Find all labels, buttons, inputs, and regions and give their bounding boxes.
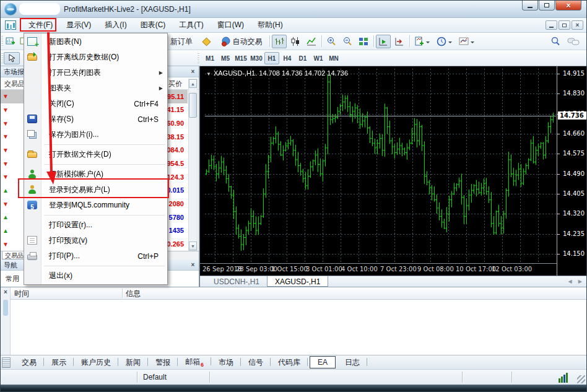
- file-menu-item-exit[interactable]: 退出(x): [24, 268, 167, 284]
- new-chart-button[interactable]: [4, 35, 17, 48]
- timeframe-m30-button[interactable]: M30: [249, 52, 264, 64]
- file-menu-item-open-data-folder[interactable]: 打开数据文件夹(D): [24, 147, 167, 162]
- file-menu-item-open-demo-account[interactable]: 开新模拟帐户(A): [24, 167, 167, 182]
- resize-grip[interactable]: [577, 375, 585, 383]
- menubar-item-file[interactable]: 文件(F): [22, 18, 59, 32]
- indicators-button[interactable]: [412, 35, 432, 48]
- timeframe-d1-button[interactable]: D1: [295, 52, 310, 64]
- price-tick-label: 14.660: [563, 130, 585, 137]
- menubar-item-charts[interactable]: 图表(C): [134, 18, 173, 32]
- terminal-tab-9[interactable]: EA: [310, 356, 336, 368]
- chart-window-icon[interactable]: [5, 20, 16, 30]
- file-menu-item-save[interactable]: 保存(S)Ctrl+S: [24, 111, 167, 127]
- price-axis[interactable]: 14.736 14.91514.83014.74514.66014.57514.…: [557, 66, 587, 276]
- timeframe-m5-button[interactable]: M5: [218, 52, 233, 64]
- autotrading-button[interactable]: 自动交易: [216, 35, 267, 48]
- menubar-item-insert[interactable]: 插入(I): [98, 18, 133, 32]
- terminal-tab-7[interactable]: 信号: [241, 355, 271, 370]
- market-watch-scrollbar[interactable]: ▲ ▼: [188, 79, 198, 251]
- terminal-tab-8[interactable]: 代码库: [271, 355, 308, 370]
- chart-tab-1[interactable]: XAGUSD-,H1: [267, 276, 328, 287]
- market-watch-close-button[interactable]: ×: [189, 68, 197, 76]
- chart-tabs-bar: USDCNH-,H1XAGUSD-,H1 ◀ ▶: [200, 276, 587, 287]
- toolbar-grip[interactable]: [1, 53, 3, 63]
- terminal-tab-4[interactable]: 警报: [148, 355, 178, 370]
- zoom-out-button[interactable]: [340, 35, 355, 48]
- toolbar-grip[interactable]: [1, 36, 3, 46]
- metaeditor-button[interactable]: [199, 35, 214, 48]
- menu-item-label: 打印设置(r)...: [49, 220, 92, 230]
- profile-name[interactable]: Default: [143, 373, 167, 381]
- terminal-tab-0[interactable]: 交易: [14, 355, 44, 370]
- column-divider[interactable]: [122, 289, 123, 298]
- scroll-thumb[interactable]: [189, 93, 197, 118]
- cursor-button[interactable]: [4, 52, 20, 64]
- timeframe-h4-button[interactable]: H4: [280, 52, 295, 64]
- time-column-header[interactable]: 时间: [14, 289, 29, 299]
- terminal-tab-3[interactable]: 新闻: [118, 355, 148, 370]
- toolbar-separator: [269, 35, 270, 47]
- child-restore-button[interactable]: [559, 20, 570, 30]
- terminal-tab-2[interactable]: 账户历史: [74, 355, 118, 370]
- time-axis[interactable]: 26 Sep 201828 Sep 03:001 Oct 15:003 Oct …: [200, 263, 557, 276]
- timeframe-h1-button[interactable]: H1: [264, 52, 279, 64]
- file-menu-item-login-mql5[interactable]: 登录到MQL5.community: [24, 198, 167, 213]
- terminal-tab-1[interactable]: 展示: [44, 355, 74, 370]
- close-button[interactable]: ×: [555, 1, 581, 11]
- child-close-button[interactable]: ×: [572, 20, 583, 30]
- terminal-tab-5[interactable]: 邮箱6: [178, 355, 211, 369]
- periods-button[interactable]: [434, 35, 454, 48]
- menubar-item-tools[interactable]: 工具(T): [172, 18, 210, 32]
- file-menu-item-print-preview[interactable]: 打印预览(v): [24, 233, 167, 248]
- menubar-item-help[interactable]: 帮助(H): [251, 18, 290, 32]
- terminal-grip[interactable]: [3, 300, 8, 316]
- bar-chart-button[interactable]: [272, 35, 287, 48]
- candlestick-chart-button[interactable]: [288, 35, 303, 48]
- file-menu-item-open-offline-history[interactable]: 打开离线历史数据(O): [24, 50, 167, 65]
- chat-button[interactable]: [565, 35, 582, 48]
- auto-scroll-button[interactable]: [376, 35, 391, 48]
- terminal-close-button[interactable]: ×: [2, 289, 9, 296]
- minimize-icon: [549, 27, 554, 28]
- file-menu-item-profiles[interactable]: 图表夹▶: [24, 81, 167, 96]
- price-chart[interactable]: [205, 69, 556, 263]
- search-button[interactable]: [548, 35, 563, 48]
- file-menu-item-new-chart[interactable]: 新图表(N): [24, 34, 167, 50]
- file-menu-item-save-as-picture[interactable]: 保存为图片(i)...: [24, 127, 167, 142]
- timeframe-m1-button[interactable]: M1: [202, 52, 217, 64]
- new-order-button[interactable]: 新订单: [167, 35, 196, 48]
- child-minimize-button[interactable]: [546, 20, 557, 30]
- file-menu-item-open-closed-chart[interactable]: 打开已关闭图表▶: [24, 65, 167, 81]
- timeframe-w1-button[interactable]: W1: [311, 52, 326, 64]
- menubar-item-view[interactable]: 显示(V): [59, 18, 98, 32]
- restore-button[interactable]: [539, 1, 555, 11]
- tab-scroll-arrows[interactable]: ◀ ▶: [568, 279, 585, 284]
- file-menu-item-print[interactable]: 打印(P)...Ctrl+P: [24, 248, 167, 264]
- timeframe-m15-button[interactable]: M15: [233, 52, 248, 64]
- file-menu-item-close[interactable]: 关闭(C)Ctrl+F4: [24, 96, 167, 111]
- terminal-tab-10[interactable]: 日志: [337, 355, 367, 370]
- submenu-arrow-icon: ▶: [159, 85, 163, 91]
- navigator-common-tab[interactable]: 常用: [6, 274, 19, 284]
- price-tick-mark: [557, 194, 560, 194]
- toolbar-grip[interactable]: [198, 53, 199, 63]
- chart-shift-button[interactable]: [392, 35, 407, 48]
- navigator-close-button[interactable]: ×: [189, 261, 197, 269]
- file-menu-item-print-setup[interactable]: 打印设置(r)...: [24, 217, 167, 233]
- timeframe-mn-button[interactable]: MN: [326, 52, 341, 64]
- message-column-header[interactable]: 信息: [126, 289, 141, 299]
- auto-scroll-icon: [378, 37, 388, 46]
- scroll-down-button[interactable]: ▼: [189, 242, 197, 250]
- tile-windows-button[interactable]: [356, 35, 371, 48]
- chart-menu-arrow-icon[interactable]: ▼: [206, 71, 211, 77]
- scroll-up-button[interactable]: ▲: [189, 79, 197, 88]
- minimize-button[interactable]: [522, 1, 538, 11]
- menubar-item-window[interactable]: 窗口(W): [211, 18, 251, 32]
- file-menu-item-login-trade-account[interactable]: 登录到交易账户(L): [24, 182, 167, 198]
- menu-item-label: 关闭(C): [49, 98, 74, 109]
- zoom-in-button[interactable]: [324, 35, 339, 48]
- templates-button[interactable]: [456, 35, 476, 48]
- line-chart-button[interactable]: [304, 35, 319, 48]
- terminal-tab-6[interactable]: 市场: [211, 355, 241, 370]
- chart-tab-0[interactable]: USDCNH-,H1: [206, 276, 267, 287]
